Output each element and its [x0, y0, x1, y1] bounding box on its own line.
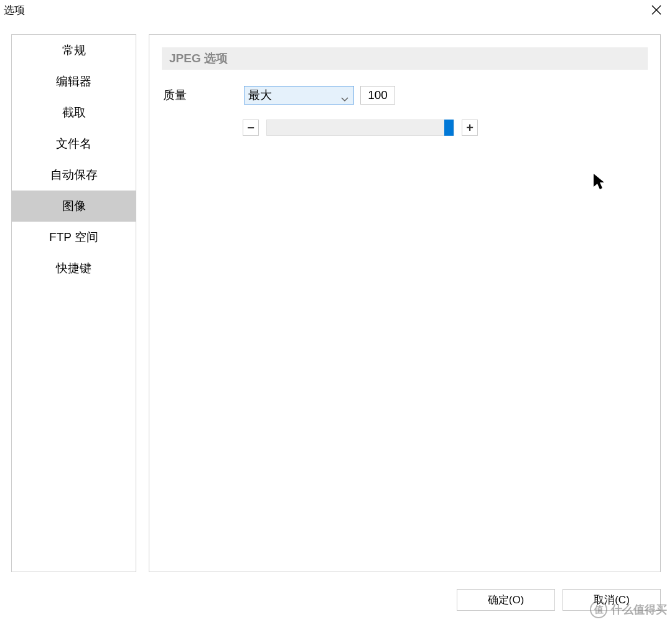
quality-slider[interactable] [266, 120, 454, 136]
sidebar-item-label: 常规 [62, 42, 86, 59]
close-button[interactable] [641, 0, 672, 21]
sidebar-item-label: 编辑器 [56, 73, 91, 90]
close-icon [651, 4, 662, 16]
slider-thumb[interactable] [444, 120, 454, 136]
dialog-body: 常规 编辑器 截取 文件名 自动保存 图像 FTP 空间 快捷键 JPEG 选项… [0, 21, 672, 572]
watermark-text: 什么值得买 [611, 602, 667, 617]
quality-row: 质量 最大 [162, 86, 648, 105]
quality-value-input[interactable] [360, 86, 395, 105]
ok-button[interactable]: 确定(O) [457, 589, 555, 611]
sidebar-item-label: 快捷键 [56, 260, 91, 276]
sidebar-item-capture[interactable]: 截取 [12, 97, 136, 128]
sidebar-item-label: 截取 [62, 105, 86, 121]
quality-select-value: 最大 [248, 87, 272, 103]
sidebar-item-editor[interactable]: 编辑器 [12, 66, 136, 97]
ok-button-label: 确定(O) [488, 593, 525, 607]
plus-button[interactable]: + [462, 120, 478, 136]
sidebar-item-ftp[interactable]: FTP 空间 [12, 222, 136, 253]
sidebar-item-autosave[interactable]: 自动保存 [12, 159, 136, 191]
slider-row: − + [162, 120, 648, 136]
quality-label: 质量 [163, 87, 244, 103]
sidebar-item-label: 图像 [62, 198, 86, 214]
sidebar-item-label: 文件名 [56, 136, 91, 152]
titlebar: 选项 [0, 0, 672, 21]
sidebar-item-image[interactable]: 图像 [12, 191, 136, 222]
section-title: JPEG 选项 [169, 50, 228, 67]
sidebar-item-general[interactable]: 常规 [12, 35, 136, 66]
minus-icon: − [247, 121, 254, 135]
sidebar-item-hotkeys[interactable]: 快捷键 [12, 253, 136, 284]
sidebar-item-label: 自动保存 [50, 167, 98, 183]
watermark: 值 什么值得买 [585, 597, 672, 622]
sidebar: 常规 编辑器 截取 文件名 自动保存 图像 FTP 空间 快捷键 [11, 34, 136, 572]
watermark-badge-icon: 值 [590, 601, 607, 618]
minus-button[interactable]: − [243, 120, 259, 136]
sidebar-item-label: FTP 空间 [49, 229, 98, 245]
sidebar-item-filename[interactable]: 文件名 [12, 128, 136, 159]
window-title: 选项 [4, 3, 25, 17]
section-header: JPEG 选项 [162, 47, 648, 70]
plus-icon: + [466, 121, 474, 135]
content-panel: JPEG 选项 质量 最大 − + [149, 34, 661, 572]
chevron-down-icon [341, 92, 348, 99]
quality-select[interactable]: 最大 [244, 86, 354, 105]
